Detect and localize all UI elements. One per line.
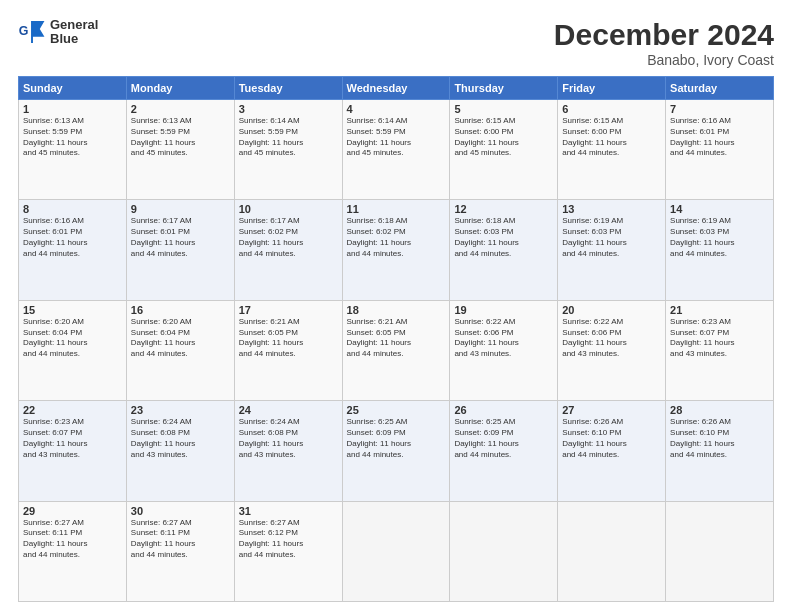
day-number: 22 — [23, 404, 122, 416]
day-info: Sunrise: 6:21 AM Sunset: 6:05 PM Dayligh… — [239, 317, 338, 360]
title-block: December 2024 Banabo, Ivory Coast — [554, 18, 774, 68]
calendar-cell: 17Sunrise: 6:21 AM Sunset: 6:05 PM Dayli… — [234, 300, 342, 400]
day-number: 21 — [670, 304, 769, 316]
day-info: Sunrise: 6:15 AM Sunset: 6:00 PM Dayligh… — [562, 116, 661, 159]
calendar-cell: 3Sunrise: 6:14 AM Sunset: 5:59 PM Daylig… — [234, 100, 342, 200]
day-number: 19 — [454, 304, 553, 316]
calendar-cell — [450, 501, 558, 601]
logo-icon: G — [18, 18, 46, 46]
day-info: Sunrise: 6:17 AM Sunset: 6:02 PM Dayligh… — [239, 216, 338, 259]
day-info: Sunrise: 6:16 AM Sunset: 6:01 PM Dayligh… — [670, 116, 769, 159]
day-number: 1 — [23, 103, 122, 115]
day-info: Sunrise: 6:23 AM Sunset: 6:07 PM Dayligh… — [670, 317, 769, 360]
day-number: 13 — [562, 203, 661, 215]
day-number: 30 — [131, 505, 230, 517]
day-number: 25 — [347, 404, 446, 416]
calendar-cell: 11Sunrise: 6:18 AM Sunset: 6:02 PM Dayli… — [342, 200, 450, 300]
calendar-week-5: 29Sunrise: 6:27 AM Sunset: 6:11 PM Dayli… — [19, 501, 774, 601]
day-info: Sunrise: 6:25 AM Sunset: 6:09 PM Dayligh… — [454, 417, 553, 460]
day-number: 27 — [562, 404, 661, 416]
calendar-header-wednesday: Wednesday — [342, 77, 450, 100]
day-info: Sunrise: 6:24 AM Sunset: 6:08 PM Dayligh… — [239, 417, 338, 460]
day-info: Sunrise: 6:25 AM Sunset: 6:09 PM Dayligh… — [347, 417, 446, 460]
calendar-header-row: SundayMondayTuesdayWednesdayThursdayFrid… — [19, 77, 774, 100]
day-number: 26 — [454, 404, 553, 416]
calendar-cell: 22Sunrise: 6:23 AM Sunset: 6:07 PM Dayli… — [19, 401, 127, 501]
logo-line1: General — [50, 18, 98, 32]
calendar-cell: 2Sunrise: 6:13 AM Sunset: 5:59 PM Daylig… — [126, 100, 234, 200]
day-info: Sunrise: 6:13 AM Sunset: 5:59 PM Dayligh… — [131, 116, 230, 159]
calendar-cell: 9Sunrise: 6:17 AM Sunset: 6:01 PM Daylig… — [126, 200, 234, 300]
day-number: 5 — [454, 103, 553, 115]
calendar-week-2: 8Sunrise: 6:16 AM Sunset: 6:01 PM Daylig… — [19, 200, 774, 300]
calendar-cell: 8Sunrise: 6:16 AM Sunset: 6:01 PM Daylig… — [19, 200, 127, 300]
calendar-header-friday: Friday — [558, 77, 666, 100]
day-number: 8 — [23, 203, 122, 215]
calendar-cell: 24Sunrise: 6:24 AM Sunset: 6:08 PM Dayli… — [234, 401, 342, 501]
day-number: 11 — [347, 203, 446, 215]
logo-text: General Blue — [50, 18, 98, 47]
calendar-cell: 20Sunrise: 6:22 AM Sunset: 6:06 PM Dayli… — [558, 300, 666, 400]
calendar-cell — [558, 501, 666, 601]
calendar-cell — [666, 501, 774, 601]
calendar-cell: 30Sunrise: 6:27 AM Sunset: 6:11 PM Dayli… — [126, 501, 234, 601]
calendar-cell: 5Sunrise: 6:15 AM Sunset: 6:00 PM Daylig… — [450, 100, 558, 200]
day-number: 2 — [131, 103, 230, 115]
day-number: 31 — [239, 505, 338, 517]
calendar-cell: 28Sunrise: 6:26 AM Sunset: 6:10 PM Dayli… — [666, 401, 774, 501]
day-number: 23 — [131, 404, 230, 416]
day-info: Sunrise: 6:20 AM Sunset: 6:04 PM Dayligh… — [131, 317, 230, 360]
calendar-cell: 18Sunrise: 6:21 AM Sunset: 6:05 PM Dayli… — [342, 300, 450, 400]
day-info: Sunrise: 6:27 AM Sunset: 6:11 PM Dayligh… — [131, 518, 230, 561]
day-info: Sunrise: 6:27 AM Sunset: 6:12 PM Dayligh… — [239, 518, 338, 561]
logo-line2: Blue — [50, 32, 98, 46]
day-number: 28 — [670, 404, 769, 416]
calendar-cell: 26Sunrise: 6:25 AM Sunset: 6:09 PM Dayli… — [450, 401, 558, 501]
day-info: Sunrise: 6:27 AM Sunset: 6:11 PM Dayligh… — [23, 518, 122, 561]
calendar-header-saturday: Saturday — [666, 77, 774, 100]
day-number: 29 — [23, 505, 122, 517]
day-info: Sunrise: 6:19 AM Sunset: 6:03 PM Dayligh… — [670, 216, 769, 259]
svg-text:G: G — [19, 24, 29, 38]
calendar-header-thursday: Thursday — [450, 77, 558, 100]
calendar-cell: 29Sunrise: 6:27 AM Sunset: 6:11 PM Dayli… — [19, 501, 127, 601]
day-info: Sunrise: 6:14 AM Sunset: 5:59 PM Dayligh… — [239, 116, 338, 159]
calendar-week-1: 1Sunrise: 6:13 AM Sunset: 5:59 PM Daylig… — [19, 100, 774, 200]
day-number: 15 — [23, 304, 122, 316]
day-number: 24 — [239, 404, 338, 416]
day-info: Sunrise: 6:22 AM Sunset: 6:06 PM Dayligh… — [454, 317, 553, 360]
header: G General Blue December 2024 Banabo, Ivo… — [18, 18, 774, 68]
day-info: Sunrise: 6:22 AM Sunset: 6:06 PM Dayligh… — [562, 317, 661, 360]
day-info: Sunrise: 6:26 AM Sunset: 6:10 PM Dayligh… — [670, 417, 769, 460]
day-number: 3 — [239, 103, 338, 115]
calendar-cell: 4Sunrise: 6:14 AM Sunset: 5:59 PM Daylig… — [342, 100, 450, 200]
day-info: Sunrise: 6:23 AM Sunset: 6:07 PM Dayligh… — [23, 417, 122, 460]
calendar-cell: 19Sunrise: 6:22 AM Sunset: 6:06 PM Dayli… — [450, 300, 558, 400]
day-number: 12 — [454, 203, 553, 215]
calendar-cell: 23Sunrise: 6:24 AM Sunset: 6:08 PM Dayli… — [126, 401, 234, 501]
day-info: Sunrise: 6:24 AM Sunset: 6:08 PM Dayligh… — [131, 417, 230, 460]
calendar-cell: 27Sunrise: 6:26 AM Sunset: 6:10 PM Dayli… — [558, 401, 666, 501]
calendar-cell: 21Sunrise: 6:23 AM Sunset: 6:07 PM Dayli… — [666, 300, 774, 400]
main-title: December 2024 — [554, 18, 774, 52]
day-info: Sunrise: 6:20 AM Sunset: 6:04 PM Dayligh… — [23, 317, 122, 360]
page: G General Blue December 2024 Banabo, Ivo… — [0, 0, 792, 612]
calendar-cell: 16Sunrise: 6:20 AM Sunset: 6:04 PM Dayli… — [126, 300, 234, 400]
calendar-cell: 10Sunrise: 6:17 AM Sunset: 6:02 PM Dayli… — [234, 200, 342, 300]
day-info: Sunrise: 6:16 AM Sunset: 6:01 PM Dayligh… — [23, 216, 122, 259]
day-number: 4 — [347, 103, 446, 115]
day-info: Sunrise: 6:18 AM Sunset: 6:02 PM Dayligh… — [347, 216, 446, 259]
calendar-header-sunday: Sunday — [19, 77, 127, 100]
calendar-cell: 12Sunrise: 6:18 AM Sunset: 6:03 PM Dayli… — [450, 200, 558, 300]
day-number: 7 — [670, 103, 769, 115]
calendar-cell: 1Sunrise: 6:13 AM Sunset: 5:59 PM Daylig… — [19, 100, 127, 200]
day-number: 6 — [562, 103, 661, 115]
logo: G General Blue — [18, 18, 98, 47]
day-number: 17 — [239, 304, 338, 316]
calendar-cell: 31Sunrise: 6:27 AM Sunset: 6:12 PM Dayli… — [234, 501, 342, 601]
day-number: 14 — [670, 203, 769, 215]
calendar-cell: 14Sunrise: 6:19 AM Sunset: 6:03 PM Dayli… — [666, 200, 774, 300]
calendar-week-3: 15Sunrise: 6:20 AM Sunset: 6:04 PM Dayli… — [19, 300, 774, 400]
calendar-cell: 6Sunrise: 6:15 AM Sunset: 6:00 PM Daylig… — [558, 100, 666, 200]
subtitle: Banabo, Ivory Coast — [554, 52, 774, 68]
